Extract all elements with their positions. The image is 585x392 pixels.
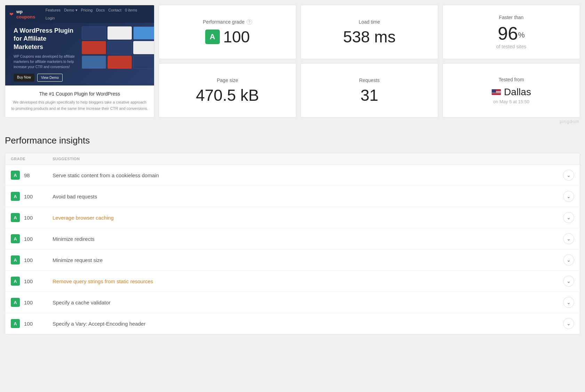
expand-button[interactable]: ⌄ [563,297,574,308]
nav-contact[interactable]: Contact [108,8,121,13]
thumbnail-grid [82,26,154,69]
tested-from-label: Tested from [498,77,524,82]
faster-number: 96 [498,23,518,43]
thumb-8 [107,56,132,69]
row-suggestion: Leverage browser caching [53,215,556,221]
row-grade-area: A100 [11,192,46,201]
table-row: A100Avoid bad requests⌄ [5,186,580,207]
load-time-card: Load time 538 ms [300,5,438,59]
insights-rows: A98Serve static content from a cookieles… [5,165,580,334]
faster-unit: % [518,31,525,39]
nav-demo[interactable]: Demo ▾ [64,8,77,13]
row-suggestion: Avoid bad requests [53,194,556,199]
expand-button[interactable]: ⌄ [563,212,574,223]
hero-subtitle: WP Coupons was developed by affiliate ma… [14,54,76,70]
expand-button[interactable]: ⌄ [563,318,574,329]
hero-title: A WordPress Plugin for Affiliate Markete… [14,27,76,51]
requests-label: Requests [359,77,379,83]
row-grade-badge: A [11,192,20,201]
nav-docs[interactable]: Docs [96,8,105,13]
insights-table: GRADE SUGGESTION A98Serve static content… [5,153,580,334]
performance-grade-label: Performance grade ? [203,19,252,25]
row-suggestion: Remove query strings from static resourc… [53,278,556,284]
insights-section: Performance insights GRADE SUGGESTION A9… [0,127,585,339]
insights-title: Performance insights [5,135,580,146]
row-grade-area: A100 [11,234,46,243]
logo-icon: ❤ [9,11,14,17]
site-header: ❤ wp coupons Features Demo ▾ Pricing Doc… [5,5,154,23]
thumb-6 [133,41,154,54]
thumb-7 [82,56,106,69]
row-grade-badge: A [11,213,20,222]
row-score: 100 [24,321,33,327]
table-row: A100Minimize request size⌄ [5,250,580,271]
grade-badge-a: A [205,30,220,44]
table-row: A100Specify a Vary: Accept-Encoding head… [5,313,580,334]
row-score: 100 [24,300,33,305]
tested-from-content: Dallas on May 5 at 15:50 [491,87,531,104]
view-demo-button[interactable]: View Demo [37,74,63,82]
table-header: GRADE SUGGESTION [5,153,580,165]
row-score: 100 [24,257,33,263]
logo-text: wp coupons [16,9,43,19]
expand-button[interactable]: ⌄ [563,254,574,266]
tested-from-city: Dallas [504,87,531,98]
hero-section: A WordPress Plugin for Affiliate Markete… [5,23,154,85]
expand-button[interactable]: ⌄ [563,191,574,202]
table-row: A100Specify a cache validator⌄ [5,292,580,313]
dallas-row: Dallas [491,87,531,98]
site-caption-title: The #1 Coupon Plugin for WordPress [11,91,149,97]
row-suggestion: Serve static content from a cookieless d… [53,172,556,178]
tested-from-date: on May 5 at 15:50 [493,99,529,104]
expand-button[interactable]: ⌄ [563,233,574,244]
faster-than-card: Faster than 96% of tested sites [442,5,580,59]
thumb-3 [133,26,154,40]
thumb-1 [82,26,106,40]
thumb-4 [82,41,106,54]
buy-now-button[interactable]: Buy Now [14,74,34,82]
metrics-grid: Performance grade ? A 100 Load time 538 … [159,5,580,117]
nav-links: Features Demo ▾ Pricing Docs Contact 0 i… [46,8,150,20]
nav-features[interactable]: Features [46,8,61,13]
table-row: A100Minimize redirects⌄ [5,228,580,250]
nav-items[interactable]: 0 items [125,8,137,13]
site-caption-desc: We developed this plugin specifically to… [11,99,149,112]
load-time-label: Load time [359,19,380,25]
row-score: 100 [24,194,33,199]
performance-grade-value: A 100 [205,29,250,45]
tested-from-card: Tested from Dallas on May 5 at 15:50 [442,63,580,117]
expand-button[interactable]: ⌄ [563,276,574,287]
col-grade-header: GRADE [11,157,46,161]
preview-caption: The #1 Coupon Plugin for WordPress We de… [5,85,154,117]
row-suggestion: Minimize redirects [53,236,556,242]
thumb-5 [107,41,132,54]
row-grade-area: A100 [11,319,46,328]
page-size-number: 470.5 kB [196,87,259,103]
us-flag-icon [491,89,501,95]
page-size-card: Page size 470.5 kB [159,63,296,117]
row-grade-area: A98 [11,171,46,180]
row-score: 98 [24,172,30,178]
thumb-9 [133,56,154,69]
load-time-value: 538 ms [343,29,396,45]
expand-button[interactable]: ⌄ [563,170,574,181]
nav-login[interactable]: Login [46,16,55,20]
pingdom-watermark: pingdom [0,117,585,127]
preview-card: ❤ wp coupons Features Demo ▾ Pricing Doc… [5,5,154,117]
row-grade-badge: A [11,255,20,264]
row-grade-badge: A [11,298,20,307]
nav-pricing[interactable]: Pricing [81,8,93,13]
help-icon[interactable]: ? [247,19,252,25]
table-row: A100Remove query strings from static res… [5,271,580,292]
row-score: 100 [24,236,33,242]
requests-number: 31 [360,87,378,103]
requests-card: Requests 31 [300,63,438,117]
requests-value: 31 [360,87,378,103]
page-size-value: 470.5 kB [196,87,259,103]
thumb-2 [107,26,132,40]
row-grade-area: A100 [11,298,46,307]
row-grade-area: A100 [11,255,46,264]
row-suggestion: Minimize request size [53,257,556,263]
row-grade-badge: A [11,277,20,286]
row-grade-badge: A [11,319,20,328]
